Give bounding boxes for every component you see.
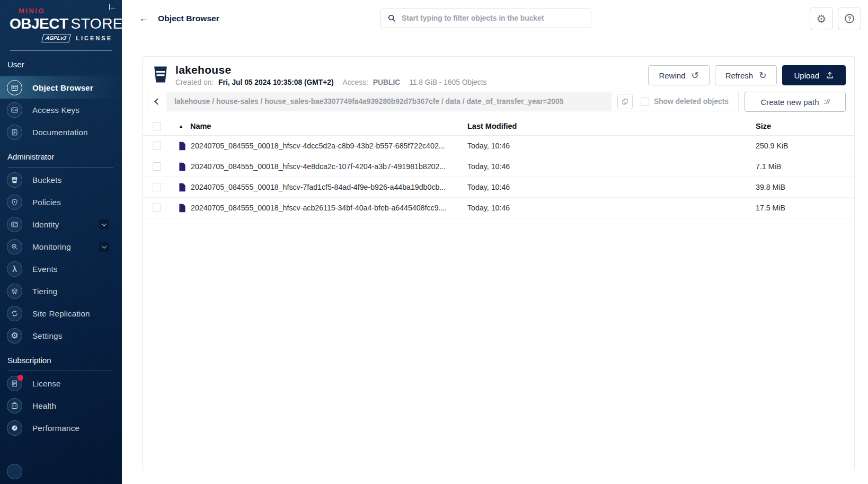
sidebar-item-identity[interactable]: Identity — [0, 213, 122, 235]
search-input[interactable] — [402, 14, 584, 22]
created-label: Created on: — [175, 78, 214, 86]
settings-button[interactable]: ⚙ — [810, 7, 833, 30]
object-modified: Today, 10:46 — [467, 204, 756, 212]
name-column-header[interactable]: ▲ Name — [179, 122, 467, 130]
copy-icon — [622, 98, 628, 105]
sort-asc-icon: ▲ — [179, 124, 183, 129]
file-icon — [179, 162, 186, 171]
sidebar-item-license[interactable]: License — [0, 372, 122, 394]
license-row: AGPLv3 LICENSE — [10, 34, 112, 42]
show-deleted-checkbox[interactable] — [641, 98, 649, 106]
sidebar-item-monitoring[interactable]: Monitoring — [0, 235, 122, 258]
sidebar-item-settings[interactable]: ⚙ Settings — [0, 324, 122, 347]
help-button[interactable]: ? — [838, 7, 861, 30]
sidebar-item-tiering[interactable]: Tiering — [0, 280, 122, 302]
minio-logo: MINIO OBJECTSTORE AGPLv3 LICENSE — [0, 0, 122, 42]
upload-button[interactable]: Upload — [782, 65, 846, 85]
object-size: 250.9 KiB — [756, 142, 854, 150]
copy-path-button[interactable] — [617, 94, 633, 109]
upload-icon — [826, 71, 834, 80]
sidebar-item-label: Site Replication — [32, 309, 90, 318]
sidebar-item-buckets[interactable]: Buckets — [0, 169, 122, 191]
select-all-checkbox[interactable] — [153, 122, 161, 130]
chevron-down-icon — [102, 243, 107, 249]
bucket-actions: Rewind ↺ Refresh ↻ Upload — [648, 65, 846, 85]
file-icon — [179, 204, 186, 213]
layers-icon — [7, 284, 22, 299]
section-divider — [7, 167, 113, 168]
gauge-icon — [7, 420, 22, 436]
sidebar-item-label: Health — [32, 401, 56, 410]
object-link[interactable]: 20240705_084555_00018_hfscv-4e8dca2c-107… — [179, 162, 467, 171]
sidebar-item-partial — [0, 460, 122, 482]
back-arrow-icon[interactable]: ← — [139, 13, 149, 24]
table-row[interactable]: 20240705_084555_00018_hfscv-4e8dca2c-107… — [143, 156, 854, 177]
table-row[interactable]: 20240705_084555_00018_hfscv-7fad1cf5-84a… — [143, 177, 854, 198]
object-filter-search[interactable] — [380, 8, 591, 28]
create-new-path-button[interactable]: Create new path :// — [745, 92, 846, 112]
help-icon: ? — [845, 14, 854, 23]
breadcrumb-bar: lakehouse / house-sales / house_sales-ba… — [148, 92, 739, 111]
object-name: 20240705_084555_00018_hfscv-acb26115-34b… — [191, 204, 447, 212]
object-link[interactable]: 20240705_084555_00018_hfscv-4dcc5d2a-c8b… — [179, 142, 467, 151]
section-label-user: User — [7, 60, 122, 69]
size-column-header[interactable]: Size — [756, 122, 854, 130]
sidebar-item-policies[interactable]: Policies — [0, 191, 122, 213]
logo-divider — [10, 50, 112, 51]
sidebar-item-object-browser[interactable]: Object Browser — [0, 76, 122, 99]
identity-expand-button[interactable] — [99, 219, 109, 230]
bucket-icon — [153, 65, 169, 84]
sidebar: ← MINIO OBJECTSTORE AGPLv3 LICENSE User … — [0, 0, 122, 484]
path-toolbar: lakehouse / house-sales / house_sales-ba… — [148, 92, 846, 111]
modified-column-header[interactable]: Last Modified — [467, 122, 756, 130]
table-header-row: ▲ Name Last Modified Size — [143, 117, 854, 136]
table-row[interactable]: 20240705_084555_00018_hfscv-4dcc5d2a-c8b… — [143, 136, 854, 156]
objects-table: ▲ Name Last Modified Size 20240705_08455… — [143, 117, 854, 218]
sidebar-item-label: License — [32, 379, 61, 388]
sidebar-item-label: Policies — [32, 198, 61, 207]
sidebar-item-performance[interactable]: Performance — [0, 417, 122, 439]
breadcrumb-back-button[interactable] — [148, 92, 166, 111]
topbar-actions: ⚙ ? — [810, 7, 861, 30]
breadcrumb[interactable]: lakehouse / house-sales / house_sales-ba… — [166, 92, 612, 111]
sidebar-item-label: Events — [32, 265, 58, 274]
show-deleted-toggle[interactable]: Show deleted objects — [641, 98, 729, 106]
object-link[interactable]: 20240705_084555_00018_hfscv-acb26115-34b… — [179, 204, 467, 213]
row-checkbox[interactable] — [153, 162, 161, 171]
sidebar-item-access-keys[interactable]: Access Keys — [0, 99, 122, 121]
sidebar-item-site-replication[interactable]: Site Replication — [0, 302, 122, 324]
minio-wordmark: MINIO — [19, 7, 112, 15]
refresh-button[interactable]: Refresh ↻ — [715, 65, 777, 85]
rewind-label: Rewind — [659, 71, 685, 80]
object-name: 20240705_084555_00018_hfscv-7fad1cf5-84a… — [191, 183, 446, 191]
partial-item-icon — [7, 464, 22, 479]
upload-label: Upload — [794, 71, 819, 80]
sync-arrows-icon — [7, 306, 22, 321]
sidebar-collapse-button[interactable]: ← — [109, 3, 117, 11]
license-doc-icon — [7, 376, 22, 391]
table-row[interactable]: 20240705_084555_00018_hfscv-acb26115-34b… — [143, 198, 854, 218]
refresh-label: Refresh — [725, 71, 754, 80]
sidebar-item-label: Documentation — [32, 128, 88, 137]
row-checkbox[interactable] — [153, 142, 161, 150]
row-checkbox[interactable] — [153, 204, 161, 212]
refresh-icon: ↻ — [759, 71, 766, 80]
object-modified: Today, 10:46 — [467, 162, 756, 171]
gear-icon: ⚙ — [7, 328, 22, 344]
sidebar-item-health[interactable]: Health — [0, 394, 122, 417]
section-label-administrator: Administrator — [7, 152, 122, 161]
buckets-icon — [7, 172, 22, 188]
object-link[interactable]: 20240705_084555_00018_hfscv-7fad1cf5-84a… — [179, 183, 467, 192]
access-keys-icon — [7, 102, 22, 118]
file-icon — [179, 142, 186, 151]
monitoring-expand-button[interactable] — [99, 242, 109, 252]
row-checkbox[interactable] — [153, 183, 161, 191]
rewind-button[interactable]: Rewind ↺ — [648, 65, 709, 85]
object-name: 20240705_084555_00018_hfscv-4dcc5d2a-c8b… — [191, 142, 445, 150]
sidebar-item-events[interactable]: λ Events — [0, 258, 122, 280]
monitoring-icon — [7, 239, 22, 254]
bucket-meta: lakehouse Created on: Fri, Jul 05 2024 1… — [175, 64, 648, 86]
gear-icon: ⚙ — [817, 13, 827, 24]
sidebar-item-documentation[interactable]: Documentation — [0, 121, 122, 143]
section-label-subscription: Subscription — [7, 356, 122, 365]
